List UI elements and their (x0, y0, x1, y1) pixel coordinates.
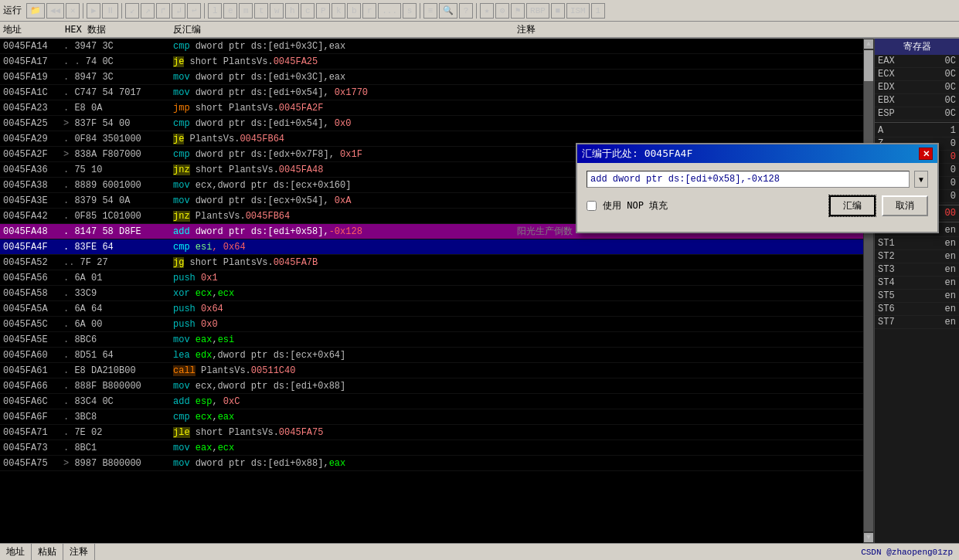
toolbar-btn-P[interactable]: P (316, 3, 330, 19)
cell-hex: . E8 0A (62, 103, 170, 114)
toolbar-btn-step3[interactable]: ↱ (156, 3, 170, 19)
table-row[interactable]: 0045FA6C . 83C4 0C add esp, 0xC (0, 394, 863, 409)
toolbar-btn-ism[interactable]: ISM (566, 3, 590, 19)
assemble-input[interactable] (587, 171, 910, 188)
toolbar-btn-folder[interactable]: 📁 (26, 3, 45, 19)
table-row[interactable]: 0045FA56 . 6A 01 push 0x1 (0, 270, 863, 286)
toolbar-btn-step1[interactable]: ↙ (125, 3, 139, 19)
cell-hex: . 6A 00 (62, 319, 170, 330)
cell-addr: 0045FA66 (0, 381, 62, 392)
nop-fill-checkbox[interactable] (587, 201, 597, 211)
toolbar-btn-1[interactable]: 1 (591, 3, 605, 19)
status-bar: 地址 粘贴 注释 CSDN @zhaopeng01zp (0, 543, 959, 560)
toolbar-btn-help[interactable]: ? (459, 3, 473, 19)
cell-disasm: cmp dword ptr ds:[edx+0x7F8], 0x1F (170, 149, 514, 160)
scroll-down-btn[interactable]: ▼ (864, 533, 873, 542)
assemble-dialog[interactable]: 汇编于此处: 0045FA4F ✕ ▼ 使用 NOP 填充 汇编 取消 (576, 143, 939, 233)
cell-addr: 0045FA73 (0, 443, 62, 453)
toolbar-btn-dots[interactable]: ... (378, 3, 401, 19)
toolbar-btn-t[interactable]: t (254, 3, 268, 19)
table-row[interactable]: 0045FA5C . 6A 00 push 0x0 (0, 317, 863, 332)
scrollbar[interactable]: ▲ ▼ (863, 39, 874, 543)
cell-addr: 0045FA38 (0, 180, 62, 191)
cell-hex: . 33C9 (62, 288, 170, 299)
cell-addr: 0045FA29 (0, 134, 62, 144)
toolbar-btn-s[interactable]: s (403, 3, 417, 19)
scroll-track[interactable] (864, 50, 873, 531)
table-row[interactable]: 0045FA25 > 837F 54 00 cmp dword ptr ds:[… (0, 116, 863, 131)
table-row[interactable]: 0045FA58 . 33C9 xor ecx,ecx (0, 286, 863, 301)
table-row[interactable]: 0045FA61 . E8 DA210B00 call PlantsVs.005… (0, 363, 863, 378)
table-row[interactable]: 0045FA14 . 3947 3C cmp dword ptr ds:[edi… (0, 39, 863, 54)
table-row[interactable]: 0045FA17 . . 74 0C je short PlantsVs.004… (0, 54, 863, 70)
col-header-disasm: 反汇编 (170, 23, 514, 36)
cell-disasm: jnz short PlantsVs.0045FA48 (170, 165, 514, 175)
disasm-pane[interactable]: 0045FA14 . 3947 3C cmp dword ptr ds:[edi… (0, 39, 863, 543)
table-row[interactable]: 0045FA6F . 3BC8 cmp ecx,eax (0, 409, 863, 425)
toolbar-btn-r[interactable]: r (362, 3, 376, 19)
table-row[interactable]: 0045FA23 . E8 0A jmp short PlantsVs.0045… (0, 100, 863, 116)
toolbar-btn-w[interactable]: w (270, 3, 284, 19)
toolbar-sep-5 (476, 3, 477, 19)
scroll-thumb[interactable] (864, 50, 873, 81)
toolbar-btn-step2[interactable]: ↗ (141, 3, 155, 19)
cell-hex: > 838A F807000 (62, 149, 170, 160)
reg-row-st4: ST4 en (875, 277, 959, 290)
toolbar-btn-gear[interactable]: ⚙ (495, 3, 509, 19)
toolbar-btn-c[interactable]: c (301, 3, 315, 19)
table-row[interactable]: 0045FA52 .. 7F 27 jg short PlantsVs.0045… (0, 255, 863, 270)
toolbar-btn-list[interactable]: ≡ (423, 3, 437, 19)
toolbar-btn-play[interactable]: ▶ (87, 3, 100, 19)
cell-disasm: je PlantsVs.0045FB64 (170, 134, 514, 144)
dialog-close-button[interactable]: ✕ (919, 148, 933, 160)
cell-addr: 0045FA25 (0, 118, 62, 129)
toolbar-btn-rewind[interactable]: ◀◀ (46, 3, 64, 19)
assemble-confirm-button[interactable]: 汇编 (829, 195, 876, 216)
toolbar-btn-rbp[interactable]: RBP (526, 3, 549, 19)
cell-disasm: jnz PlantsVs.0045FB64 (170, 211, 514, 222)
toolbar-btn-b[interactable]: b (347, 3, 361, 19)
table-row[interactable]: 0045FA5A . 6A 64 push 0x64 (0, 301, 863, 317)
table-row[interactable]: 0045FA60 . 8D51 64 lea edx,dword ptr ds:… (0, 348, 863, 363)
toolbar-btn-flag[interactable]: ⚑ (511, 3, 525, 19)
toolbar-btn-l[interactable]: l (208, 3, 222, 19)
assemble-dropdown-button[interactable]: ▼ (914, 171, 928, 188)
toolbar-btn-e[interactable]: e (223, 3, 237, 19)
toolbar-btn-star[interactable]: ★ (480, 3, 494, 19)
run-label: 运行 (3, 4, 22, 17)
table-row[interactable]: 0045FA4F . 83FE 64 cmp esi, 0x64 (0, 239, 863, 255)
reg-row-eax: EAX 0C (875, 55, 959, 68)
dialog-titlebar: 汇编于此处: 0045FA4F ✕ (577, 144, 937, 163)
toolbar-btn-k[interactable]: k (332, 3, 345, 19)
toolbar-btn-m[interactable]: m (239, 3, 253, 19)
status-addr: 地址 (0, 544, 32, 560)
toolbar-btn-step4[interactable]: ↲ (172, 3, 185, 19)
dialog-title: 汇编于此处: 0045FA4F (582, 147, 692, 161)
cell-disasm: jle short PlantsVs.0045FA75 (170, 427, 514, 438)
assemble-cancel-button[interactable]: 取消 (882, 195, 928, 216)
cell-addr: 0045FA52 (0, 257, 62, 268)
table-row[interactable]: 0045FA66 . 888F B800000 mov ecx,dword pt… (0, 378, 863, 394)
cell-addr: 0045FA58 (0, 288, 62, 299)
cell-disasm: mov dword ptr ds:[edi+0x54], 0x1770 (170, 87, 514, 98)
cell-disasm: add dword ptr ds:[edi+0x58],-0x128 (170, 226, 514, 237)
table-row[interactable]: 0045FA1C . C747 54 7017 mov dword ptr ds… (0, 85, 863, 100)
cell-hex: . C747 54 7017 (62, 87, 170, 98)
table-row[interactable]: 0045FA19 . 8947 3C mov dword ptr ds:[edi… (0, 70, 863, 85)
table-row[interactable]: 0045FA71 . 7E 02 jle short PlantsVs.0045… (0, 425, 863, 440)
toolbar-btn-pause[interactable]: ⏸ (102, 3, 118, 19)
toolbar-btn-search[interactable]: 🔍 (439, 3, 457, 19)
cell-disasm: cmp ecx,eax (170, 412, 514, 423)
col-header-hex: HEX 数据 (62, 23, 170, 36)
table-row[interactable]: 0045FA5E . 8BC6 mov eax,esi (0, 332, 863, 348)
toolbar-btn-step5[interactable]: ↩ (187, 3, 201, 19)
cell-addr: 0045FA36 (0, 165, 62, 175)
scroll-up-btn[interactable]: ▲ (864, 39, 873, 49)
toolbar-btn-h[interactable]: h (285, 3, 299, 19)
toolbar-btn-black[interactable]: ■ (551, 3, 565, 19)
cell-addr: 0045FA3E (0, 195, 62, 206)
cell-addr: 0045FA48 (0, 226, 62, 237)
table-row[interactable]: 0045FA75 > 8987 B800000 mov dword ptr ds… (0, 456, 863, 471)
toolbar-btn-stop[interactable]: ✕ (66, 3, 80, 19)
table-row[interactable]: 0045FA73 . 8BC1 mov eax,ecx (0, 440, 863, 456)
